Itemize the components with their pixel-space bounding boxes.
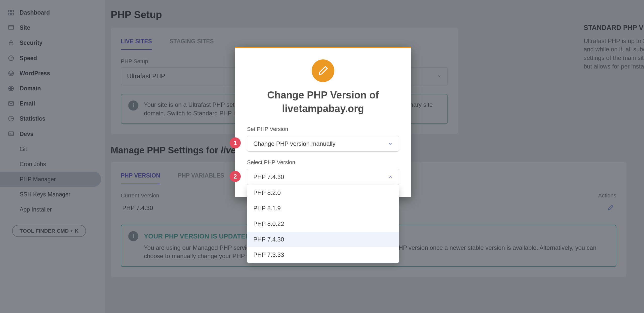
select-php-version-select[interactable]: PHP 7.4.30	[247, 169, 399, 185]
change-php-modal: Change PHP Version of livetampabay.org 1…	[235, 47, 411, 197]
app-viewport: Dashboard Site Security Speed WordPress …	[0, 0, 644, 313]
php-version-option[interactable]: PHP 8.1.9	[247, 200, 399, 216]
select-php-version-label: Select PHP Version	[247, 159, 399, 166]
php-version-dropdown: PHP 8.2.0PHP 8.1.9PHP 8.0.22PHP 7.4.30PH…	[247, 185, 399, 263]
select-php-version-field: 2 Select PHP Version PHP 7.4.30 PHP 8.2.…	[247, 159, 399, 185]
step-badge-2: 2	[230, 171, 241, 182]
step-badge-1: 1	[230, 137, 241, 149]
set-php-version-value: Change PHP version manually	[253, 140, 335, 148]
php-version-option[interactable]: PHP 7.4.30	[247, 232, 399, 247]
modal-title-line2: livetampabay.org	[282, 103, 364, 114]
php-version-option[interactable]: PHP 7.3.33	[247, 247, 399, 263]
pencil-icon	[312, 59, 334, 82]
set-php-version-field: 1 Set PHP Version Change PHP version man…	[247, 125, 399, 152]
php-version-option[interactable]: PHP 8.0.22	[247, 216, 399, 232]
chevron-down-icon	[388, 142, 393, 146]
chevron-up-icon	[388, 175, 393, 179]
set-php-version-label: Set PHP Version	[247, 125, 399, 133]
modal-title-line1: Change PHP Version of	[267, 89, 379, 100]
set-php-version-select[interactable]: Change PHP version manually	[247, 136, 399, 152]
select-php-version-value: PHP 7.4.30	[253, 173, 284, 181]
php-version-option[interactable]: PHP 8.2.0	[247, 185, 399, 201]
modal-title: Change PHP Version of livetampabay.org	[247, 88, 399, 115]
